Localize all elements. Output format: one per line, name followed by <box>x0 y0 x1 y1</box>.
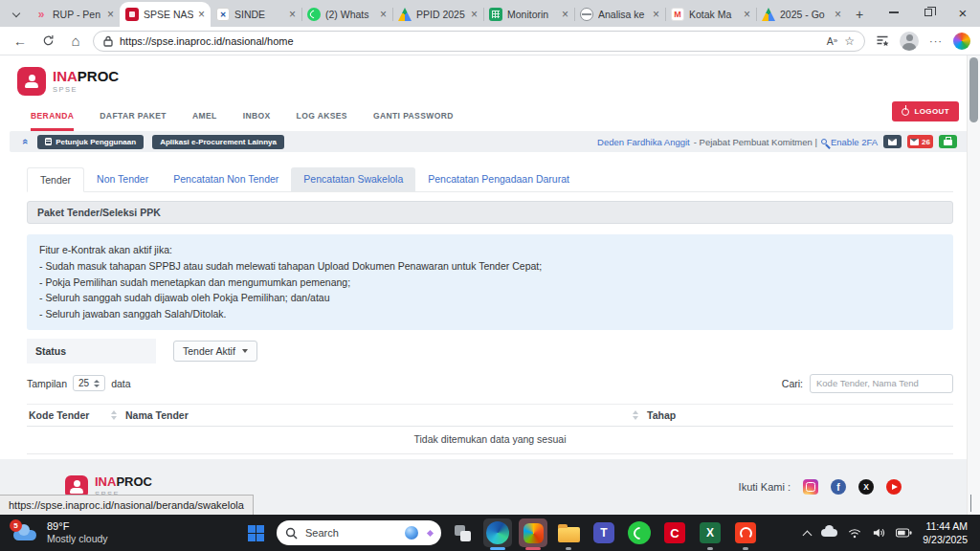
nav-log-akses[interactable]: LOG AKSES <box>297 111 347 131</box>
logout-button[interactable]: LOGOUT <box>892 101 959 121</box>
address-bar[interactable]: https://spse.inaproc.id/nasional/home <box>93 31 865 52</box>
minimize-button[interactable] <box>877 0 911 25</box>
bing-planet-icon <box>405 526 418 540</box>
tab-close-icon[interactable] <box>107 9 114 20</box>
tab-close-icon[interactable] <box>835 9 841 20</box>
enable-2fa-link[interactable]: Enable 2FA <box>831 137 878 147</box>
taskbar-search-box[interactable]: Search <box>277 520 441 545</box>
close-window-button[interactable] <box>946 0 980 25</box>
copilot-taskbar-button[interactable] <box>519 518 547 547</box>
refresh-button[interactable] <box>37 31 58 52</box>
excel-button[interactable] <box>696 518 724 547</box>
browser-tab[interactable]: RUP - Pen <box>29 2 120 27</box>
restore-button[interactable] <box>911 0 946 25</box>
copilot-icon[interactable] <box>953 33 970 50</box>
read-aloud-icon[interactable] <box>827 35 837 47</box>
facebook-icon[interactable] <box>831 479 846 495</box>
col-kode-tender[interactable]: Kode Tender <box>29 409 109 421</box>
collections-button[interactable] <box>872 31 893 52</box>
restore-icon <box>924 9 932 16</box>
nav-daftar-paket[interactable]: DAFTAR PAKET <box>100 111 167 131</box>
file-explorer-button[interactable] <box>554 518 583 547</box>
whatsapp-button[interactable] <box>625 518 654 547</box>
browser-tab[interactable]: (2) Whats <box>301 2 392 27</box>
status-filter-dropdown[interactable]: Tender Aktif <box>173 341 257 362</box>
tab-title: Kotak Ma <box>689 9 739 20</box>
tab-close-icon[interactable] <box>653 9 659 20</box>
pdf-icon <box>735 522 756 543</box>
new-tab-button[interactable] <box>847 2 872 27</box>
browser-toolbar: https://spse.inaproc.id/nasional/home <box>0 27 980 55</box>
weather-widget[interactable]: 5 89°F Mostly cloudy <box>0 519 241 546</box>
table-header: Kode Tender Nama Tender Tahap <box>27 404 953 427</box>
browser-tab[interactable]: Analisa ke <box>574 2 665 27</box>
task-view-icon <box>455 525 471 541</box>
wifi-icon[interactable] <box>848 528 861 539</box>
instagram-icon[interactable] <box>803 479 818 495</box>
teams-button[interactable] <box>590 518 618 547</box>
tab-close-icon[interactable] <box>198 9 205 20</box>
home-button[interactable] <box>65 31 86 52</box>
petunjuk-penggunaan-button[interactable]: Petunjuk Penggunaan <box>37 135 144 149</box>
envelope-icon <box>910 139 919 145</box>
tab-non-tender[interactable]: Non Tender <box>84 167 161 191</box>
inbox-count-badge[interactable]: 26 <box>907 135 933 148</box>
nav-beranda[interactable]: BERANDA <box>31 111 74 131</box>
tab-pencatatan-swakelola[interactable]: Pencatatan Swakelola <box>291 167 415 191</box>
task-view-button[interactable] <box>448 518 477 547</box>
excel-icon <box>700 522 721 543</box>
tab-pencatatan-pengadaan-darurat[interactable]: Pencatatan Pengadaan Darurat <box>415 167 582 191</box>
browser-tab[interactable]: Monitorin <box>483 2 574 27</box>
tray-expand-icon[interactable] <box>803 530 813 540</box>
volume-icon[interactable] <box>872 527 885 539</box>
col-tahap[interactable]: Tahap <box>647 409 951 421</box>
acrobat-button[interactable] <box>731 518 760 547</box>
url-text[interactable]: https://spse.inaproc.id/nasional/home <box>120 35 820 47</box>
collapse-chevrons-icon[interactable] <box>20 139 32 144</box>
start-button[interactable] <box>241 518 270 547</box>
page-scrollbar[interactable] <box>967 55 980 515</box>
x-twitter-icon[interactable] <box>858 479 874 495</box>
message-badge[interactable] <box>883 135 902 148</box>
inaproc-brand[interactable]: INAPROC SPSE <box>17 67 980 96</box>
browser-tab[interactable]: 2025 - Go <box>756 2 847 27</box>
search-placeholder: Search <box>305 527 339 539</box>
nav-ganti-password[interactable]: GANTI PASSWORD <box>373 111 454 131</box>
settings-menu-button[interactable] <box>925 31 947 52</box>
tab-tender[interactable]: Tender <box>27 167 84 192</box>
col-nama-tender[interactable]: Nama Tender <box>125 409 631 421</box>
nav-amel[interactable]: AMEL <box>192 111 217 131</box>
onedrive-icon[interactable] <box>821 529 837 537</box>
tab-close-icon[interactable] <box>289 9 296 20</box>
tab-close-icon[interactable] <box>744 9 750 20</box>
sort-icon[interactable] <box>633 410 638 420</box>
youtube-icon[interactable] <box>886 479 902 495</box>
tab-list-dropdown-button[interactable] <box>4 2 29 27</box>
page-size-stepper[interactable]: 25 <box>73 375 105 391</box>
favorite-star-icon[interactable] <box>844 34 855 48</box>
aplikasi-eprocurement-button[interactable]: Aplikasi e-Procurement Lainnya <box>152 135 284 149</box>
taskbar-clock[interactable]: 11:44 AM 9/23/2025 <box>923 519 968 546</box>
profile-avatar[interactable] <box>900 32 919 51</box>
browser-tab[interactable]: SINDE <box>211 2 301 27</box>
tab-close-icon[interactable] <box>562 9 568 20</box>
browser-tab[interactable]: PPID 2025 <box>392 2 483 27</box>
edge-taskbar-button[interactable] <box>483 518 512 547</box>
tab-close-icon[interactable] <box>380 9 387 20</box>
scroll-down-arrow[interactable] <box>970 495 971 512</box>
procurement-badge[interactable] <box>939 135 957 148</box>
nav-inbox[interactable]: INBOX <box>243 111 271 131</box>
stepper-arrows-icon[interactable] <box>94 380 100 387</box>
user-name-link[interactable]: Deden Fardhika Anggit <box>597 137 690 147</box>
scrollbar-thumb[interactable] <box>969 57 978 122</box>
tab-close-icon[interactable] <box>471 9 478 20</box>
back-button[interactable] <box>10 31 31 52</box>
notice-line: - Seluruh jawaban sanggah Salah/Ditolak. <box>39 306 941 322</box>
browser-tab[interactable]: Kotak Ma <box>665 2 756 27</box>
tab-pencatatan-non-tender[interactable]: Pencatatan Non Tender <box>161 167 291 191</box>
c-app-button[interactable] <box>660 518 689 547</box>
browser-tab-active[interactable]: SPSE NAS <box>120 2 211 27</box>
battery-icon[interactable] <box>896 528 912 538</box>
sort-icon[interactable] <box>111 410 117 420</box>
search-input[interactable] <box>810 374 953 393</box>
